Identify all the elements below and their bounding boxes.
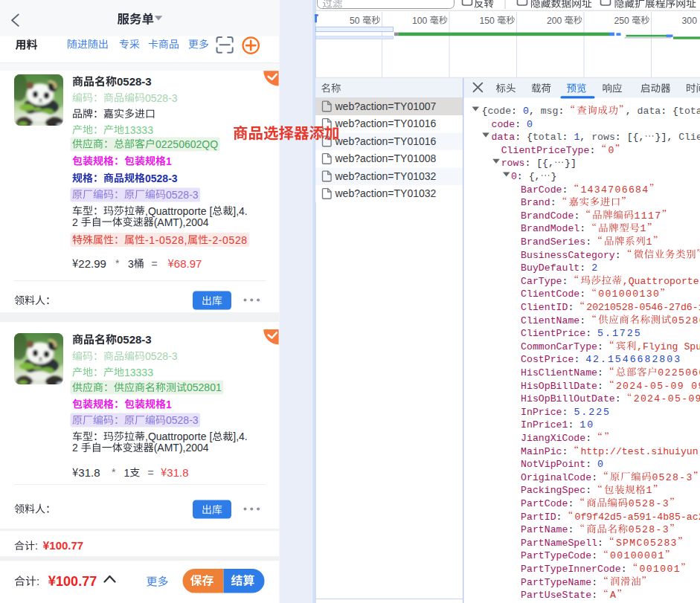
svg-text:InPrice: InPrice [521,407,562,418]
svg-text:0: 0 [608,145,614,156]
svg-text:web?action=TY01016: web?action=TY01016 [335,117,437,129]
svg-text:0528-3: 0528-3 [166,189,199,201]
svg-text:200: 200 [547,16,565,26]
svg-text::: : [579,223,591,234]
svg-text:BrandModel: BrandModel [521,223,579,234]
svg-text::: : [562,407,574,418]
svg-text:1117: 1117 [635,210,662,222]
svg-text:001000130: 001000130 [598,288,660,300]
svg-text:PartTypeCode: PartTypeCode [521,550,591,561]
svg-text:PartName: PartName [521,524,568,535]
svg-text:[{,: [{, [627,132,645,143]
svg-text:data: data [492,132,516,143]
svg-text:68.97: 68.97 [174,257,202,270]
svg-text::: : [590,145,602,156]
svg-text::: : [621,564,633,575]
svg-text:,Quattroporte [: ,Quattroporte [ [145,431,212,442]
svg-text:0528-3: 0528-3 [145,350,178,362]
svg-text:0528-3: 0528-3 [166,414,199,426]
svg-text:(AMT),2004: (AMT),2004 [154,216,209,228]
svg-text:total: total [678,106,700,117]
svg-text::: : [568,419,580,431]
svg-text:0528-3: 0528-3 [145,172,178,184]
svg-text:300: 300 [682,16,700,26]
svg-text:=: = [148,467,154,479]
svg-text::: : [597,538,609,549]
svg-text::: : [562,184,574,196]
svg-text:msg: msg [541,106,559,117]
svg-text:052801: 052801 [187,381,222,393]
svg-text::: : [562,446,574,457]
svg-text:ClientCode: ClientCode [521,288,579,300]
svg-text:BuyDefault: BuyDefault [521,262,579,274]
svg-text::: : [585,236,597,248]
svg-text:BusinessCategory: BusinessCategory [521,250,615,261]
svg-text:ClientPriceType: ClientPriceType [501,145,590,156]
svg-text:2: 2 [591,262,599,274]
svg-text:1: 1 [124,467,130,479]
svg-text:20210528-0546-27d6-1b32-: 20210528-0546-27d6-1b32- [586,302,700,313]
svg-text:,: , [579,132,591,143]
svg-text:ClientPrice: ClientPrice [521,328,585,339]
svg-text:0528-3: 0528-3 [145,92,178,104]
svg-text:NotVipPoint: NotVipPoint [521,459,585,470]
svg-text:100: 100 [412,16,430,26]
svg-text:100.77: 100.77 [56,574,97,589]
svg-text:PartTypeName: PartTypeName [521,577,591,588]
svg-text:}: } [551,171,557,182]
svg-text::: : [591,590,603,601]
svg-text::: : [517,171,529,182]
svg-text:31.8: 31.8 [78,466,100,479]
svg-text:001001: 001001 [640,564,681,575]
svg-text:web?action=TY01007: web?action=TY01007 [335,100,437,112]
svg-text:2024-05-09 09:38:59: 2024-05-09 09:38:59 [616,381,700,392]
svg-text:00100001: 00100001 [610,550,665,561]
svg-text::: : [568,524,580,535]
svg-text:MainPic: MainPic [521,446,562,457]
svg-text:ClientPr: ClientPr [678,132,700,143]
svg-text::: : [550,197,562,208]
svg-text:CarType: CarType [521,276,562,287]
svg-text::: : [585,328,597,339]
svg-text::: : [515,119,527,130]
svg-text::: : [568,302,580,313]
svg-text::: : [591,472,603,483]
svg-text:web?action=TY01008: web?action=TY01008 [335,152,437,164]
svg-text:02250602QQ: 02250602QQ [155,138,218,150]
svg-text:1: 1 [574,132,579,143]
svg-text:1: 1 [646,485,653,496]
svg-text::: : [574,210,585,222]
svg-text::: : [579,288,591,300]
svg-text::: : [579,315,591,326]
svg-text:2: 2 [72,442,81,454]
svg-text:13333: 13333 [124,367,153,378]
svg-text:,Quattroporte [: ,Quattroporte [ [145,205,212,217]
svg-text:total: total [533,132,562,143]
svg-text:BrandSeries: BrandSeries [521,236,585,248]
svg-text::: : [574,354,585,365]
svg-text:2: 2 [72,216,81,228]
svg-text:50: 50 [350,16,362,26]
svg-text:0: 0 [523,106,529,117]
svg-text:(AMT),2004: (AMT),2004 [154,442,209,454]
svg-text:web?action=TY01032: web?action=TY01032 [335,187,437,199]
svg-text:*: * [112,466,116,478]
svg-text:SPMC05283: SPMC05283 [616,538,678,549]
svg-text:BarCode: BarCode [521,184,562,196]
svg-text:-2-0528: -2-0528 [208,234,248,246]
svg-text:31.8: 31.8 [167,466,188,479]
svg-text:HisClientName: HisClientName [521,367,597,378]
svg-text:BrandCode: BrandCode [521,210,574,222]
svg-text:,: , [529,106,541,117]
svg-text:,Quattroporte [: ,Quattroporte [ [623,276,700,287]
svg-text:CostPrice: CostPrice [521,354,574,365]
svg-text:100.77: 100.77 [49,539,83,552]
svg-text:PartID: PartID [521,512,556,523]
svg-text::: : [524,158,536,169]
svg-text:{,: {, [529,171,541,182]
svg-text:{: { [527,132,533,143]
svg-text::: : [579,262,591,274]
svg-text:0528-3: 0528-3 [117,75,152,88]
svg-text:052801: 052801 [672,315,700,326]
svg-text:HisOpBillDate: HisOpBillDate [521,381,597,392]
